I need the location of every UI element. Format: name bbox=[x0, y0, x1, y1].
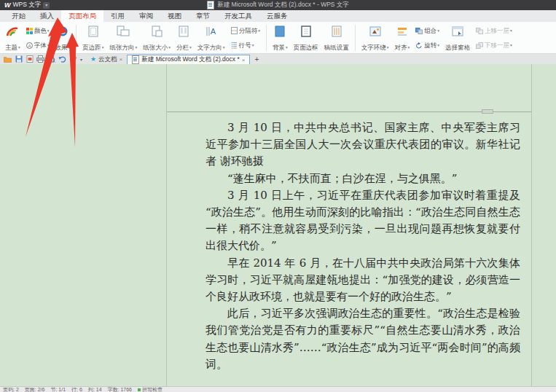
title-bar: W WPS 文字 ▾ 新建 Microsoft Word 文档 (2).docx… bbox=[0, 0, 556, 10]
status-page-number: 页码: 2 bbox=[3, 387, 19, 392]
tab-view[interactable]: 视图 bbox=[160, 10, 189, 22]
group-button[interactable]: 组合▾ bbox=[413, 26, 442, 36]
page-background-group: 背景▾ 页面边框 稿纸设置 bbox=[270, 23, 351, 52]
color-palette-icon bbox=[26, 28, 33, 34]
active-document-tab[interactable]: 新建 Microsoft Word 文档 (2).docx * × bbox=[127, 55, 250, 64]
document-workspace: 3 月 10 日，中共中央总书记、国家主席、中央军委主席习近平参加十三届全国人大… bbox=[0, 64, 556, 386]
background-button[interactable]: 背景▾ bbox=[270, 23, 290, 52]
columns-button[interactable]: 分栏▾ bbox=[174, 23, 194, 52]
rotate-icon bbox=[415, 42, 423, 49]
chevron-down-icon[interactable]: ▾ bbox=[43, 2, 50, 9]
status-section: 节: 1/1 bbox=[50, 387, 66, 392]
document-icon bbox=[207, 1, 214, 9]
new-tab-button[interactable]: + bbox=[250, 54, 263, 64]
background-icon bbox=[275, 25, 285, 38]
tab-cloud[interactable]: 云服务 bbox=[259, 10, 295, 22]
paper-orientation-button[interactable]: 纸张方向▾ bbox=[108, 23, 140, 52]
save-icon[interactable] bbox=[15, 55, 23, 63]
tab-references[interactable]: 引用 bbox=[103, 10, 132, 22]
breaks-icon bbox=[231, 27, 238, 34]
paper-size-icon bbox=[152, 25, 163, 38]
document-text[interactable]: 3 月 10 日，中共中央总书记、国家主席、中央军委主席习近平参加十三届全国人大… bbox=[205, 119, 520, 373]
text-wrap-button[interactable]: 文字环绕▾ bbox=[359, 23, 391, 52]
document-paragraph: 早在 2014 年 6 月，在十八届中共中央政治局第十六次集体学习时，习近平就高… bbox=[205, 255, 520, 306]
quick-access-toolbar: ▾ bbox=[0, 54, 86, 64]
bring-forward-button: 上移一层▾ bbox=[474, 26, 514, 36]
undo-icon[interactable] bbox=[58, 55, 66, 63]
paper-size-button[interactable]: 纸张大小▾ bbox=[141, 23, 173, 52]
wps-logo-icon: W bbox=[4, 1, 11, 9]
cloud-doc-star-icon: ★ bbox=[90, 56, 96, 63]
line-numbers-button[interactable]: 行号▾ bbox=[229, 40, 262, 50]
breaks-button[interactable]: 分隔符▾ bbox=[229, 26, 262, 36]
tab-developer[interactable]: 开发工具 bbox=[217, 10, 259, 22]
svg-text:A: A bbox=[211, 27, 216, 36]
status-word-count[interactable]: 字数: 1766 bbox=[108, 387, 132, 392]
text-wrap-icon bbox=[369, 25, 381, 38]
page-margins-button[interactable]: 页边距▾ bbox=[80, 23, 106, 52]
print-preview-icon[interactable] bbox=[47, 55, 55, 63]
text-direction-icon: A bbox=[205, 25, 217, 38]
close-icon[interactable]: × bbox=[242, 57, 246, 63]
tab-review[interactable]: 审阅 bbox=[132, 10, 160, 22]
wps-menu-button[interactable]: W WPS 文字 ▾ bbox=[0, 0, 54, 10]
manuscript-setup-button[interactable]: 稿纸设置 bbox=[322, 23, 351, 52]
selection-pane-icon bbox=[452, 25, 463, 38]
spellcheck-status-icon bbox=[138, 388, 141, 391]
wps-writer-window: W WPS 文字 ▾ 新建 Microsoft Word 文档 (2).docx… bbox=[0, 0, 556, 392]
tab-page-layout[interactable]: 页面布局 bbox=[61, 10, 103, 22]
colors-button[interactable]: 颜色▾ bbox=[24, 26, 52, 36]
theme-group: 主题▾ 颜色▾ A bbox=[3, 23, 72, 52]
arrange-group: 文字环绕▾ 对齐▾ bbox=[359, 23, 514, 52]
window-title: 新建 Microsoft Word 文档 (2).docx * - WPS 文字 bbox=[217, 1, 349, 9]
send-backward-button: 下移一层▾ bbox=[474, 40, 514, 50]
status-line: 行: 6 bbox=[71, 387, 82, 392]
columns-icon bbox=[179, 25, 189, 38]
line-number-icon bbox=[231, 42, 238, 49]
themes-button[interactable]: 主题▾ bbox=[3, 23, 23, 52]
bring-forward-icon bbox=[476, 28, 483, 34]
selection-pane-button[interactable]: 选择窗格 bbox=[443, 23, 472, 52]
document-paragraph: 3 月 10 日上午，习近平在重庆代表团参加审议时着重提及“政治生态”。他用生动… bbox=[205, 187, 520, 255]
page-margins-icon bbox=[88, 25, 98, 38]
text-direction-button[interactable]: A 文字方向▾ bbox=[195, 23, 227, 52]
export-icon[interactable] bbox=[26, 55, 34, 63]
app-name: WPS 文字 bbox=[13, 1, 42, 9]
effects-circle-icon bbox=[57, 25, 68, 38]
customize-toolbar-caret-icon[interactable]: ▾ bbox=[80, 57, 82, 62]
svg-text:A: A bbox=[28, 43, 31, 47]
document-paragraph: 3 月 10 日，中共中央总书记、国家主席、中央军委主席习近平参加十三届全国人大… bbox=[205, 119, 520, 170]
document-paragraph: 此后，习近平多次强调政治生态的重要性。“政治生态是检验我们管党治党是否有力的重要… bbox=[205, 305, 520, 373]
manuscript-icon bbox=[332, 25, 342, 38]
align-icon bbox=[397, 25, 407, 38]
print-icon[interactable] bbox=[36, 55, 44, 63]
rotate-button[interactable]: 旋转▾ bbox=[413, 40, 442, 50]
status-bar: 页码: 2 页面: 2/6 节: 1/1 行: 6 列: 14 字数: 1766… bbox=[0, 386, 556, 392]
document-page[interactable]: 3 月 10 日，中共中央总书记、国家主席、中央军委主席习近平参加十三届全国人大… bbox=[166, 64, 532, 386]
document-paragraph: “蓬生麻中，不扶而直；白沙在涅，与之俱黑。” bbox=[205, 170, 520, 187]
page-border-button[interactable]: 页面边框 bbox=[291, 23, 321, 52]
send-backward-icon bbox=[476, 42, 483, 49]
ribbon: 主题▾ 颜色▾ A bbox=[0, 22, 556, 54]
theme-rainbow-icon bbox=[6, 25, 19, 38]
tab-insert[interactable]: 插入 bbox=[33, 10, 61, 22]
page-boundary-line bbox=[167, 111, 531, 112]
close-icon[interactable]: × bbox=[120, 56, 123, 63]
status-spellcheck[interactable]: 拼写检查 bbox=[138, 387, 163, 392]
redo-icon[interactable] bbox=[69, 55, 77, 63]
align-button[interactable]: 对齐▾ bbox=[392, 23, 412, 52]
tab-home[interactable]: 开始 bbox=[4, 10, 33, 22]
effects-button[interactable]: 效果▾ bbox=[53, 23, 73, 52]
cloud-docs-tab[interactable]: ★ 云文档 × bbox=[86, 55, 127, 64]
document-icon bbox=[132, 55, 139, 64]
window-title-wrap: 新建 Microsoft Word 文档 (2).docx * - WPS 文字 bbox=[0, 0, 556, 10]
font-circle-icon: A bbox=[26, 42, 33, 49]
page-gap-handle[interactable] bbox=[482, 109, 493, 114]
tab-section[interactable]: 章节 bbox=[189, 10, 217, 22]
open-folder-icon[interactable] bbox=[4, 55, 12, 63]
status-page-of: 页面: 2/6 bbox=[25, 387, 45, 392]
status-column: 列: 14 bbox=[88, 387, 102, 392]
page-border-icon bbox=[301, 25, 311, 38]
fonts-button[interactable]: A 字体▾ bbox=[24, 40, 52, 50]
paper-orientation-icon bbox=[117, 25, 130, 38]
